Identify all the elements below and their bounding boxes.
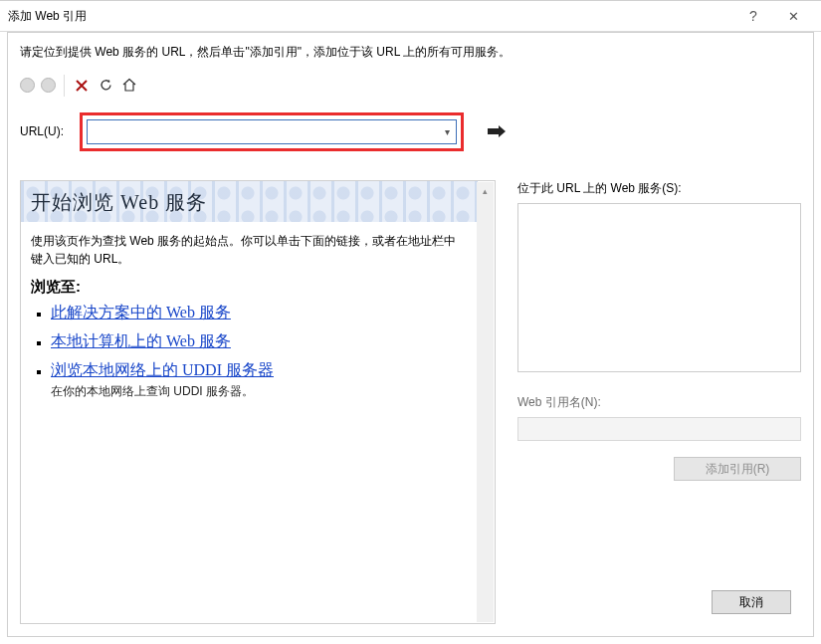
services-label: 位于此 URL 上的 Web 服务(S):: [517, 180, 801, 197]
link-solution-services[interactable]: 此解决方案中的 Web 服务: [51, 304, 231, 321]
help-button[interactable]: ?: [733, 1, 773, 31]
hero-banner: 开始浏览 Web 服务: [21, 181, 478, 222]
url-label: URL(U):: [20, 124, 74, 138]
toolbar-separator: [64, 75, 65, 97]
url-combobox[interactable]: ▾: [87, 119, 457, 144]
services-listbox[interactable]: [517, 203, 801, 372]
home-icon[interactable]: [120, 77, 138, 95]
cancel-button[interactable]: 取消: [712, 590, 791, 614]
right-column: 位于此 URL 上的 Web 服务(S): Web 引用名(N): 添加引用(R…: [517, 180, 801, 624]
left-column: 开始浏览 Web 服务 使用该页作为查找 Web 服务的起始点。你可以单击下面的…: [20, 180, 496, 624]
list-item: 此解决方案中的 Web 服务: [51, 303, 478, 323]
refname-label: Web 引用名(N):: [517, 394, 801, 411]
go-button[interactable]: [486, 121, 508, 141]
nav-toolbar: [20, 75, 801, 97]
instruction-text: 请定位到提供 Web 服务的 URL，然后单击"添加引用"，添加位于该 URL …: [20, 45, 801, 61]
hero-title: 开始浏览 Web 服务: [31, 189, 468, 216]
refname-input: [517, 417, 801, 441]
dialog-body: 请定位到提供 Web 服务的 URL，然后单击"添加引用"，添加位于该 URL …: [7, 32, 814, 637]
vertical-scrollbar[interactable]: ▴: [477, 182, 494, 622]
svg-rect-0: [488, 128, 499, 134]
browser-content: 开始浏览 Web 服务 使用该页作为查找 Web 服务的起始点。你可以单击下面的…: [21, 181, 478, 623]
scroll-up-arrow[interactable]: ▴: [477, 182, 494, 199]
add-reference-button: 添加引用(R): [674, 457, 801, 481]
window-title: 添加 Web 引用: [8, 8, 733, 25]
list-item: 本地计算机上的 Web 服务: [51, 331, 478, 352]
link-description: 在你的本地网络上查询 UDDI 服务器。: [51, 383, 478, 400]
forward-button[interactable]: [41, 78, 56, 93]
list-item: 浏览本地网络上的 UDDI 服务器 在你的本地网络上查询 UDDI 服务器。: [51, 360, 478, 400]
url-input[interactable]: [88, 120, 438, 143]
browse-heading: 浏览至:: [31, 278, 468, 297]
close-button[interactable]: ✕: [773, 1, 813, 31]
refresh-icon[interactable]: [97, 77, 114, 95]
add-button-row: 添加引用(R): [517, 457, 801, 481]
browse-link-list: 此解决方案中的 Web 服务 本地计算机上的 Web 服务 浏览本地网络上的 U…: [51, 303, 478, 400]
url-row: URL(U): ▾: [20, 112, 801, 151]
back-button[interactable]: [20, 78, 35, 93]
url-highlight-box: ▾: [80, 112, 464, 151]
stop-icon[interactable]: [73, 77, 91, 95]
link-local-services[interactable]: 本地计算机上的 Web 服务: [51, 332, 231, 349]
chevron-down-icon[interactable]: ▾: [438, 126, 456, 137]
link-uddi-servers[interactable]: 浏览本地网络上的 UDDI 服务器: [51, 361, 274, 378]
intro-text: 使用该页作为查找 Web 服务的起始点。你可以单击下面的链接，或者在地址栏中键入…: [21, 222, 478, 268]
content-columns: 开始浏览 Web 服务 使用该页作为查找 Web 服务的起始点。你可以单击下面的…: [20, 180, 801, 624]
cancel-row: 取消: [712, 590, 791, 614]
titlebar: 添加 Web 引用 ? ✕: [0, 0, 821, 32]
browser-panel: 开始浏览 Web 服务 使用该页作为查找 Web 服务的起始点。你可以单击下面的…: [20, 180, 496, 624]
